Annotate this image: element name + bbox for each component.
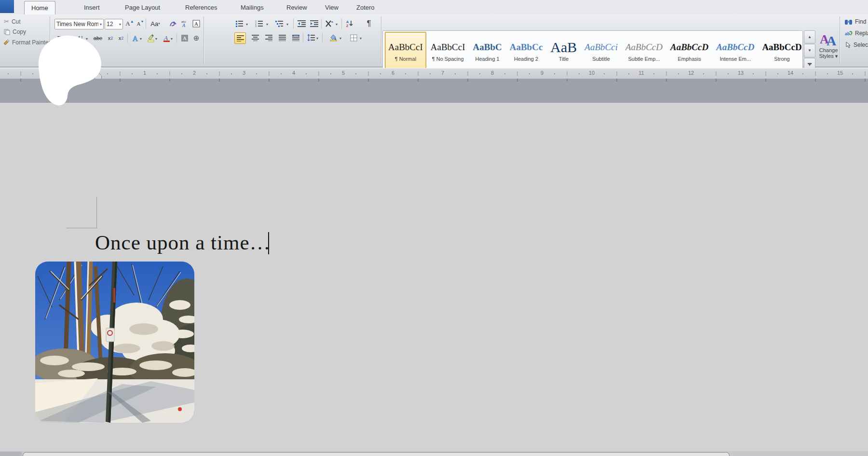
- ruler-half-tick: [815, 79, 816, 82]
- style-subtitle[interactable]: AaBbCci Subtitle: [581, 32, 621, 69]
- chevron-down-icon[interactable]: ▾: [118, 22, 122, 27]
- chevron-down-icon[interactable]: ▾: [286, 22, 288, 27]
- style-subtle-emphasis[interactable]: AaBbCcD Subtle Emp...: [622, 32, 666, 69]
- borders-button[interactable]: [348, 32, 359, 43]
- ruler-mark: [418, 71, 418, 76]
- tab-view[interactable]: View: [318, 1, 345, 14]
- multilevel-list-button[interactable]: [274, 18, 285, 29]
- ruby-abc-icon[interactable]: abcA: [179, 18, 190, 29]
- horizontal-ruler[interactable]: 123456789101112131415: [0, 68, 868, 79]
- line-spacing-button[interactable]: [306, 32, 316, 43]
- text-highlight-button[interactable]: [146, 33, 156, 43]
- document-heading-text[interactable]: Once upon a time…: [95, 231, 271, 254]
- decrease-indent-button[interactable]: [296, 18, 307, 29]
- asian-layout-button[interactable]: [324, 18, 335, 29]
- gallery-scroll-down-button[interactable]: ▼: [804, 44, 815, 57]
- chevron-down-icon[interactable]: ▾: [246, 22, 248, 27]
- ruler-mark: [20, 71, 21, 76]
- select-label: Select: [854, 41, 868, 48]
- tab-insert[interactable]: Insert: [77, 1, 107, 14]
- ruler-mark: [765, 71, 766, 76]
- tab-mailings[interactable]: Mailings: [234, 1, 271, 14]
- align-left-button[interactable]: [234, 32, 246, 44]
- tab-page-layout[interactable]: Page Layout: [118, 1, 167, 14]
- show-hide-pilcrow-button[interactable]: ¶: [364, 18, 374, 29]
- copy-button[interactable]: Copy: [4, 28, 26, 35]
- justify-button[interactable]: [277, 32, 287, 43]
- file-tab[interactable]: [0, 0, 14, 13]
- font-name-combo[interactable]: Times New Roman ▾: [54, 19, 104, 29]
- character-shading-button[interactable]: A: [179, 33, 190, 43]
- style-heading-2[interactable]: AaBbCc Heading 2: [506, 32, 546, 69]
- font-name-value: Times New Roman: [55, 20, 98, 28]
- chevron-down-icon[interactable]: ▾: [339, 36, 341, 41]
- tab-review[interactable]: Review: [280, 1, 314, 14]
- ruler-half-tick: [865, 79, 866, 82]
- above-page-band: [0, 79, 868, 103]
- superscript-button[interactable]: x2: [116, 33, 126, 43]
- font-size-combo[interactable]: 12 ▾: [105, 19, 123, 29]
- chevron-down-icon[interactable]: ▾: [360, 36, 362, 41]
- style-heading-1[interactable]: AaBbC Heading 1: [470, 32, 505, 69]
- document-page[interactable]: Once upon a time…: [0, 103, 868, 456]
- shading-button[interactable]: [328, 32, 339, 43]
- find-button[interactable]: Find: [845, 18, 866, 25]
- change-styles-button[interactable]: A A Change Styles ▾: [818, 31, 839, 59]
- style-normal[interactable]: AaBbCcI ¶ Normal: [385, 32, 426, 69]
- shrink-font-button[interactable]: A▼: [135, 18, 146, 29]
- ruler-mark: [430, 73, 431, 74]
- cut-button[interactable]: ✂ Cut: [4, 18, 21, 25]
- chevron-down-icon[interactable]: ▾: [266, 22, 268, 27]
- style-sample: AaBbCcD: [625, 40, 663, 55]
- grow-font-button[interactable]: A▲: [124, 18, 135, 29]
- style-title[interactable]: AaB Title: [547, 32, 580, 69]
- ruler-number: 15: [837, 70, 843, 76]
- ruler-mark: [517, 71, 517, 76]
- svg-text:A: A: [194, 21, 198, 27]
- text-effects-button[interactable]: A: [130, 33, 141, 43]
- chevron-down-icon[interactable]: ▾: [140, 37, 142, 41]
- align-right-button[interactable]: [263, 32, 274, 43]
- bullets-button[interactable]: [234, 18, 245, 29]
- margin-cropmark-vertical: [96, 197, 97, 228]
- phonetic-guide-icon[interactable]: [168, 18, 178, 29]
- style-strong[interactable]: AaBbCcD Strong: [759, 32, 805, 69]
- separator: [321, 19, 322, 28]
- ruler-number: 11: [638, 70, 644, 76]
- character-border-icon[interactable]: A: [191, 18, 202, 29]
- tab-zotero[interactable]: Zotero: [350, 1, 381, 14]
- chevron-down-icon[interactable]: ▾: [98, 22, 103, 27]
- gallery-scroll-up-button[interactable]: ▲: [804, 30, 815, 43]
- chevron-down-icon[interactable]: ▾: [155, 37, 157, 41]
- style-sample: AaBbCcD: [670, 40, 708, 55]
- style-emphasis[interactable]: AaBbCcD Emphasis: [667, 32, 712, 69]
- distribute-button[interactable]: [290, 32, 301, 43]
- font-color-button[interactable]: A: [161, 33, 172, 43]
- chevron-down-icon[interactable]: ▾: [171, 37, 173, 41]
- ruler-mark: [554, 73, 555, 74]
- align-center-button[interactable]: [250, 32, 260, 43]
- ruler-mark: [865, 71, 865, 76]
- ruler-mark: [8, 73, 9, 74]
- change-styles-icon: A A: [820, 31, 837, 46]
- style-intense-emphasis[interactable]: AaBbCcD Intense Em...: [713, 32, 758, 69]
- subscript-button[interactable]: x2: [105, 33, 116, 43]
- sort-button[interactable]: AZ: [344, 18, 355, 29]
- ruler-mark: [219, 71, 219, 76]
- style-label: Emphasis: [678, 56, 701, 62]
- ruler-mark: [728, 73, 729, 74]
- document-photo[interactable]: [35, 262, 194, 423]
- numbering-button[interactable]: 123: [254, 18, 264, 29]
- replace-button[interactable]: ab Replace: [845, 30, 868, 37]
- increase-indent-button[interactable]: [309, 18, 319, 29]
- ruler-mark: [32, 73, 33, 74]
- chevron-down-icon[interactable]: ▾: [336, 22, 338, 27]
- change-case-button[interactable]: Aa▾: [149, 18, 162, 29]
- select-button[interactable]: Select: [845, 41, 868, 48]
- ruler-number: 4: [292, 70, 295, 76]
- tab-references[interactable]: References: [178, 1, 224, 14]
- enclose-characters-button[interactable]: ⊕: [191, 33, 202, 43]
- chevron-down-icon[interactable]: ▾: [316, 36, 318, 41]
- style-no-spacing[interactable]: AaBbCcI ¶ No Spacing: [427, 32, 469, 69]
- tab-home[interactable]: Home: [24, 1, 55, 15]
